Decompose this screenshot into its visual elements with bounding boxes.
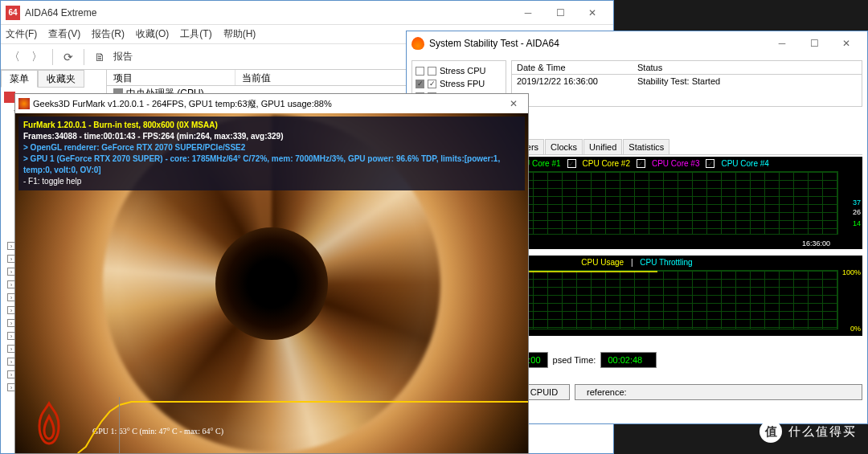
hud-line-2: Frames:34088 - time:00:01:43 - FPS:264 (… (23, 131, 520, 142)
legend-label: CPU Core #4 (721, 159, 768, 168)
checkbox-checked[interactable] (637, 159, 645, 168)
sst-titlebar[interactable]: System Stability Test - AIDA64 ─ ☐ ✕ (407, 31, 867, 55)
status-table: Date & Time Status 2019/12/22 16:36:00 S… (511, 60, 862, 107)
close-button[interactable]: ✕ (576, 2, 608, 24)
sidebar-tab-menu[interactable]: 菜单 (1, 70, 38, 88)
menu-help[interactable]: 帮助(H) (223, 27, 256, 41)
stress-label: Stress FPU (440, 79, 485, 88)
stress-label: Stress CPU (440, 66, 485, 76)
menu-view[interactable]: 查看(V) (48, 27, 80, 41)
maximize-button[interactable]: ☐ (798, 32, 830, 55)
tab-unified[interactable]: Unified (583, 139, 622, 154)
temp-curve (15, 397, 528, 453)
aida-titlebar[interactable]: 64 AIDA64 Extreme ─ ☐ ✕ (1, 1, 613, 25)
menu-file[interactable]: 文件(F) (6, 27, 37, 41)
aida-icon (4, 92, 15, 103)
back-icon[interactable]: 〈 (6, 48, 23, 66)
aida-title-text: AIDA64 Extreme (25, 7, 512, 18)
watermark-icon: 值 (760, 420, 782, 443)
checkbox-checked[interactable] (706, 159, 714, 168)
furmark-window: Geeks3D FurMark v1.20.0.1 - 264FPS, GPU1… (14, 93, 529, 454)
col-item[interactable]: 项目 (107, 70, 235, 85)
hud-line-5: - F1: toggle help (23, 176, 520, 187)
cpu-throttle-label: CPU Throttling (640, 258, 692, 267)
furmark-hud: FurMark 1.20.0.1 - Burn-in test, 800x600… (18, 117, 525, 190)
y-value: 14 (853, 219, 861, 227)
hud-line-4: > GPU 1 (GeForce RTX 2070 SUPER) - core:… (23, 153, 520, 176)
sst-title-text: System Stability Test - AIDA64 (429, 38, 766, 49)
y-value: 26 (853, 208, 861, 216)
legend-label: CPU Core #2 (583, 159, 630, 168)
sidebar-tab-favorites[interactable]: 收藏夹 (38, 70, 84, 88)
watermark-text: 什么值得买 (788, 424, 857, 440)
status-text: Stability Test: Started (633, 75, 725, 88)
furmark-icon (18, 98, 30, 109)
minimize-button[interactable]: ─ (766, 32, 798, 55)
checkbox-checked[interactable] (416, 80, 424, 88)
tab-clocks[interactable]: Clocks (545, 139, 583, 154)
report-label[interactable]: 报告 (113, 50, 133, 63)
y-max: 100% (842, 268, 861, 276)
furmark-title-text: Geeks3D FurMark v1.20.0.1 - 264FPS, GPU1… (33, 98, 502, 110)
legend-label: CPU Core #3 (652, 159, 699, 168)
hud-line-3: > OpenGL renderer: GeForce RTX 2070 SUPE… (23, 142, 520, 153)
col-datetime[interactable]: Date & Time (512, 61, 633, 74)
refresh-icon[interactable]: ⟳ (59, 48, 77, 66)
maximize-button[interactable]: ☐ (544, 2, 576, 24)
y-min: 0% (850, 325, 861, 333)
report-icon[interactable]: 🗎 (91, 48, 108, 66)
status-datetime: 2019/12/22 16:36:00 (512, 75, 633, 88)
menu-report[interactable]: 报告(R) (92, 27, 125, 41)
close-button[interactable]: ✕ (502, 96, 525, 112)
aida-app-icon: 64 (6, 6, 20, 20)
hud-line-1: FurMark 1.20.0.1 - Burn-in test, 800x600… (23, 120, 520, 131)
stress-fpu-row[interactable]: Stress FPU (416, 77, 502, 90)
stress-cpu-row[interactable]: Stress CPU (416, 64, 502, 77)
menu-tools[interactable]: 工具(T) (180, 27, 211, 41)
minimize-button[interactable]: ─ (512, 2, 544, 24)
separator (52, 49, 53, 65)
x-value: 16:36:00 (802, 239, 830, 247)
furmark-titlebar[interactable]: Geeks3D FurMark v1.20.0.1 - 264FPS, GPU1… (15, 94, 528, 113)
furmark-center (215, 227, 328, 340)
close-button[interactable]: ✕ (830, 32, 862, 55)
status-row: 2019/12/22 16:36:00 Stability Test: Star… (512, 75, 862, 88)
y-value: 37 (853, 198, 861, 207)
menu-favorites[interactable]: 收藏(O) (136, 27, 169, 41)
flame-icon (411, 37, 424, 50)
checkbox[interactable] (416, 67, 424, 76)
cpu-usage-label: CPU Usage (581, 258, 624, 267)
graph2-legend: CPU Usage | CPU Throttling (581, 258, 692, 267)
col-status[interactable]: Status (633, 61, 667, 74)
separator (84, 49, 84, 65)
furmark-render-area: FurMark 1.20.0.1 - Burn-in test, 800x600… (15, 113, 528, 453)
checkbox-checked[interactable] (567, 159, 576, 168)
checkbox-checked[interactable] (428, 80, 436, 88)
watermark: 值 什么值得买 (760, 420, 857, 443)
checkbox[interactable] (428, 67, 436, 76)
forward-icon[interactable]: 〉 (28, 48, 46, 66)
tab-statistics[interactable]: Statistics (623, 139, 669, 154)
separator: | (631, 258, 633, 267)
